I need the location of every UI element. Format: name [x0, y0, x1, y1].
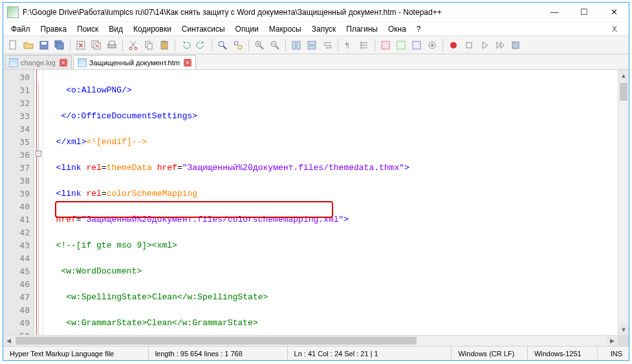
svg-point-18: [238, 45, 242, 49]
status-encoding[interactable]: Windows-1251: [528, 347, 598, 360]
zoom-in-icon[interactable]: [252, 38, 267, 52]
svg-point-17: [234, 41, 238, 45]
editor[interactable]: 3031323334353637383940414243444546474849…: [3, 70, 629, 335]
svg-rect-4: [57, 43, 63, 49]
tab-label: change.log: [21, 59, 56, 67]
menu-plugins[interactable]: Плагины: [341, 23, 383, 35]
doc-map-icon[interactable]: [394, 38, 408, 52]
file-icon: [78, 58, 87, 67]
close-icon[interactable]: ×: [184, 59, 191, 67]
tab-label: Защищенный документ.htm: [89, 59, 180, 67]
undo-icon[interactable]: [179, 38, 193, 52]
menu-options[interactable]: Опции: [230, 23, 264, 35]
copy-icon[interactable]: [142, 38, 156, 52]
toolbar: ¶: [3, 36, 629, 54]
svg-rect-9: [109, 41, 114, 45]
menu-help[interactable]: ?: [411, 23, 426, 35]
wrap-icon[interactable]: [320, 38, 334, 52]
paste-icon[interactable]: [157, 38, 171, 52]
scroll-thumb[interactable]: [620, 83, 627, 101]
menu-view[interactable]: Вид: [104, 23, 128, 35]
svg-rect-26: [382, 41, 389, 49]
fold-column[interactable]: -: [34, 70, 43, 335]
scroll-down-icon[interactable]: ▼: [618, 324, 629, 335]
folder-workspace-icon[interactable]: [409, 38, 424, 52]
record-icon[interactable]: [446, 38, 461, 52]
menu-run[interactable]: Запуск: [307, 23, 342, 35]
statusbar: Hyper Text Markup Language file length :…: [3, 346, 629, 360]
svg-point-30: [431, 44, 433, 47]
svg-rect-13: [147, 43, 152, 49]
svg-rect-28: [413, 41, 420, 49]
maximize-button[interactable]: ☐: [569, 3, 599, 21]
play-macro-icon[interactable]: [477, 38, 492, 52]
menu-syntax[interactable]: Синтаксисы: [177, 23, 230, 35]
function-list-icon[interactable]: [378, 38, 393, 52]
close-icon[interactable]: ×: [60, 59, 67, 67]
cut-icon[interactable]: [126, 38, 140, 52]
replace-icon[interactable]: [231, 38, 245, 52]
stop-record-icon[interactable]: [462, 38, 476, 52]
close-file-icon[interactable]: [74, 38, 88, 52]
svg-rect-32: [466, 43, 472, 48]
menu-macros[interactable]: Макросы: [264, 23, 307, 35]
menu-edit[interactable]: Правка: [36, 23, 72, 35]
save-icon[interactable]: [37, 38, 51, 52]
menubar: Файл Правка Поиск Вид Кодировки Синтакси…: [3, 22, 629, 36]
menu-windows[interactable]: Окна: [383, 23, 411, 35]
menubar-close-x[interactable]: X: [603, 25, 626, 34]
open-file-icon[interactable]: [21, 38, 36, 52]
tab-document[interactable]: Защищенный документ.htm ×: [73, 55, 196, 69]
show-all-icon[interactable]: ¶: [342, 38, 356, 52]
app-icon: [7, 6, 19, 18]
save-macro-icon[interactable]: [508, 38, 523, 52]
close-button[interactable]: ✕: [599, 3, 629, 21]
tab-changelog[interactable]: change.log ×: [5, 55, 72, 69]
close-all-icon[interactable]: [89, 38, 104, 52]
size-grip-icon[interactable]: [618, 336, 629, 346]
status-filetype: Hyper Text Markup Language file: [3, 347, 149, 360]
scroll-right-icon[interactable]: ▶: [607, 336, 618, 346]
menu-search[interactable]: Поиск: [72, 23, 104, 35]
play-multi-icon[interactable]: [493, 38, 507, 52]
find-icon[interactable]: [215, 38, 230, 52]
svg-rect-0: [10, 41, 16, 49]
status-insert-mode[interactable]: INS: [598, 347, 629, 360]
horizontal-scrollbar[interactable]: ◀ ▶: [3, 335, 629, 346]
menu-file[interactable]: Файл: [6, 23, 36, 35]
line-gutter: 3031323334353637383940414243444546474849…: [3, 70, 34, 335]
status-length: length : 95 654 lines : 1 768: [149, 347, 288, 360]
scroll-left-icon[interactable]: ◀: [3, 336, 14, 346]
svg-rect-2: [41, 42, 47, 45]
svg-rect-33: [512, 42, 519, 48]
window: F:\Google Drive\Работа\lumpics ru\07\14\…: [3, 2, 629, 361]
svg-point-31: [450, 42, 457, 48]
svg-rect-24: [308, 46, 316, 49]
scroll-thumb-h[interactable]: [16, 337, 417, 345]
save-all-icon[interactable]: [52, 38, 67, 52]
code-area[interactable]: <o:AllowPNG/> </o:OfficeDocumentSettings…: [43, 70, 618, 335]
zoom-out-icon[interactable]: [268, 38, 282, 52]
svg-rect-22: [297, 41, 300, 49]
svg-rect-21: [292, 41, 296, 49]
window-title: F:\Google Drive\Работа\lumpics ru\07\14\…: [23, 8, 539, 17]
scroll-up-icon[interactable]: ▲: [618, 70, 629, 81]
monitor-icon[interactable]: [425, 38, 439, 52]
sync-h-icon[interactable]: [305, 38, 319, 52]
titlebar[interactable]: F:\Google Drive\Работа\lumpics ru\07\14\…: [3, 3, 629, 22]
indent-guide-icon[interactable]: [357, 38, 371, 52]
status-eol[interactable]: Windows (CR LF): [452, 347, 527, 360]
svg-rect-27: [397, 41, 405, 49]
print-icon[interactable]: [105, 38, 119, 52]
minimize-button[interactable]: —: [539, 3, 569, 21]
file-icon: [9, 58, 18, 67]
fold-toggle-icon[interactable]: -: [36, 151, 41, 156]
sync-v-icon[interactable]: [289, 38, 303, 52]
vertical-scrollbar[interactable]: ▲ ▼: [618, 70, 629, 335]
svg-text:¶: ¶: [345, 41, 349, 49]
status-position: Ln : 41 Col : 24 Sel : 21 | 1: [288, 347, 452, 360]
new-file-icon[interactable]: [6, 38, 20, 52]
redo-icon[interactable]: [194, 38, 208, 52]
svg-rect-23: [308, 41, 316, 45]
menu-encoding[interactable]: Кодировки: [128, 23, 177, 35]
